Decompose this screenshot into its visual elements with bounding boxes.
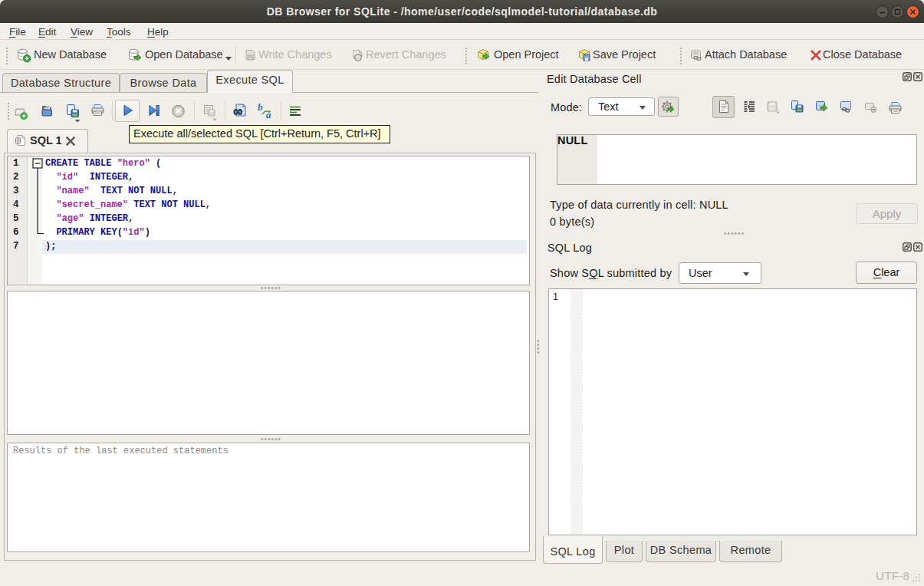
svg-text:a: a xyxy=(266,109,271,120)
svg-text:b: b xyxy=(258,102,263,113)
